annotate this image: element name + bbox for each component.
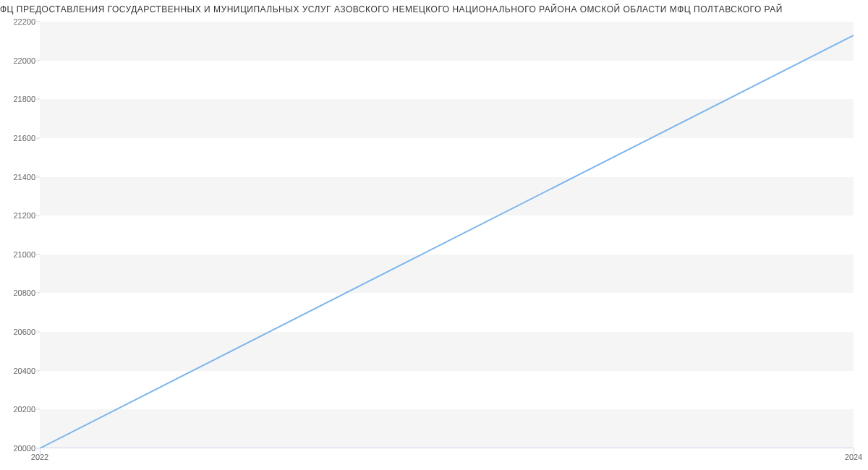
y-tick-mark (36, 332, 40, 333)
y-tick-mark (36, 254, 40, 255)
y-tick-mark (36, 176, 40, 177)
y-tick-mark (36, 137, 40, 138)
chart-container: ФЦ ПРЕДОСТАВЛЕНИЯ ГОСУДАРСТВЕННЫХ И МУНИ… (0, 0, 868, 470)
x-tick-mark (40, 448, 41, 454)
data-line (40, 22, 854, 448)
y-tick-mark (36, 22, 40, 22)
y-tick-mark (36, 409, 40, 410)
y-tick-mark (36, 99, 40, 100)
chart-title: ФЦ ПРЕДОСТАВЛЕНИЯ ГОСУДАРСТВЕННЫХ И МУНИ… (0, 4, 868, 14)
y-tick-mark (36, 60, 40, 61)
series-segment (40, 35, 854, 448)
y-tick-mark (36, 370, 40, 371)
y-tick-mark (36, 293, 40, 294)
plot-area: 2000020200204002060020800210002120021400… (40, 22, 854, 448)
x-tick-mark (854, 448, 854, 454)
y-tick-mark (36, 215, 40, 216)
